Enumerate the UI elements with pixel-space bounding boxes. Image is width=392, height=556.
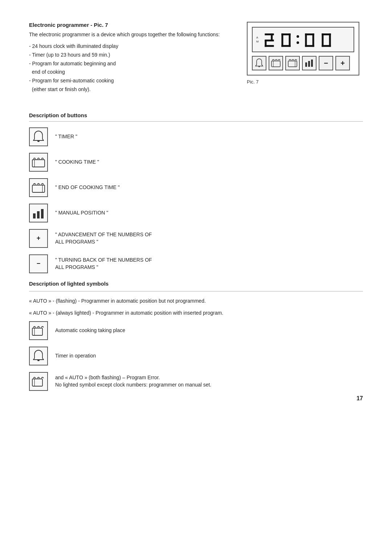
minus-icon: − <box>29 254 48 273</box>
timer-label: " TIMER " <box>55 133 77 140</box>
svg-rect-15 <box>329 33 331 47</box>
end-cooking-icon <box>29 178 48 197</box>
svg-rect-23 <box>308 61 310 67</box>
button-item-minus: − " TURNING BACK OF THE NUMBERS OFALL PR… <box>29 254 363 273</box>
section-title-electronic: Electronic programmer - Pic. 7 <box>29 22 232 28</box>
svg-rect-16 <box>322 45 331 47</box>
plus-label: " ADVANCEMENT OF THE NUMBERS OFALL PROGR… <box>55 231 152 245</box>
plus-symbol: + <box>37 234 41 242</box>
timer-op-icon <box>29 347 48 365</box>
svg-rect-26 <box>32 160 45 167</box>
svg-rect-35 <box>37 360 40 361</box>
symbol-item-error: and « AUTO » (both flashing) – Program E… <box>29 372 363 391</box>
divider-lighted <box>29 291 363 291</box>
svg-rect-6 <box>281 33 283 47</box>
buttons-description-section: Description of buttons " TIMER " <box>29 112 363 273</box>
error-icon <box>29 372 48 391</box>
digit-0b-icon <box>302 32 317 47</box>
svg-rect-32 <box>41 209 44 218</box>
pic-label: Pic. 7 <box>247 79 259 85</box>
svg-rect-1 <box>271 33 273 40</box>
svg-rect-33 <box>32 328 42 335</box>
lighted-section-title: Description of lighted symbols <box>29 281 363 287</box>
feature-item-4: Program for semi-automatic cooking (eith… <box>29 77 232 94</box>
display-screen: A M <box>252 27 354 52</box>
svg-rect-10 <box>305 33 307 47</box>
feature-item-3: Program for automatic beginning and end … <box>29 60 232 77</box>
svg-rect-25 <box>37 140 40 142</box>
display-indicators: A M <box>256 36 259 43</box>
display-button-row: − + <box>252 56 354 70</box>
error-text-1: and « AUTO » (both flashing) – Program E… <box>55 375 160 380</box>
display-cooking-btn[interactable] <box>269 56 283 70</box>
cooking-time-icon <box>29 153 48 172</box>
auto-cooking-label: Automatic cooking taking place <box>55 327 125 334</box>
button-item-timer: " TIMER " <box>29 127 363 146</box>
lighted-symbols-section: Description of lighted symbols « AUTO » … <box>29 281 363 391</box>
svg-rect-22 <box>305 62 307 67</box>
timer-op-label: Timer in operation <box>55 352 96 360</box>
button-item-cooking-time: " COOKING TIME " <box>29 153 363 172</box>
manual-label: " MANUAL POSITION " <box>55 209 108 217</box>
auto-text-1: « AUTO » - (flashing) - Programmer in au… <box>29 297 363 305</box>
manual-icon <box>29 204 48 222</box>
feature-list: 24 hours clock with illuminated display … <box>29 42 232 94</box>
symbol-item-auto-cooking: Automatic cooking taking place <box>29 321 363 340</box>
end-cooking-label: " END OF COOKING TIME " <box>55 184 120 191</box>
svg-rect-7 <box>289 33 290 47</box>
divider-buttons <box>29 121 363 122</box>
plus-icon: + <box>29 229 48 248</box>
colon-icon <box>297 35 299 44</box>
button-item-manual: " MANUAL POSITION " <box>29 204 363 222</box>
svg-rect-36 <box>32 379 42 386</box>
error-label: and « AUTO » (both flashing) – Program E… <box>55 374 211 388</box>
programmer-display-image: A M <box>247 22 359 75</box>
svg-rect-31 <box>37 211 40 218</box>
timer-icon <box>29 127 48 146</box>
svg-rect-12 <box>305 45 314 47</box>
display-end-cooking-btn[interactable] <box>285 56 300 70</box>
svg-rect-18 <box>271 61 280 67</box>
button-item-end-cooking: " END OF COOKING TIME " <box>29 178 363 197</box>
feature-item-2: Timer (up to 23 hours and 59 min.) <box>29 51 232 60</box>
button-item-plus: + " ADVANCEMENT OF THE NUMBERS OFALL PRO… <box>29 229 363 248</box>
display-timer-btn[interactable] <box>252 56 266 70</box>
error-text-2: No lighted symbol except clock numbers: … <box>55 382 211 388</box>
buttons-section-title: Description of buttons <box>29 112 363 118</box>
svg-rect-8 <box>281 45 290 47</box>
display-minus-btn[interactable]: − <box>319 56 333 70</box>
svg-rect-20 <box>288 61 297 67</box>
symbol-item-timer-op: Timer in operation <box>29 347 363 365</box>
svg-rect-30 <box>33 213 36 218</box>
svg-rect-11 <box>312 33 314 47</box>
auto-cooking-icon <box>29 321 48 340</box>
digit-2-icon <box>262 32 277 47</box>
digit-0c-icon <box>319 32 334 47</box>
display-manual-btn[interactable] <box>302 56 317 70</box>
intro-text: The electronic programmer is a device wh… <box>29 31 232 38</box>
svg-rect-17 <box>258 66 260 67</box>
auto-text-2: « AUTO » - (always lighted) - Programmer… <box>29 309 363 317</box>
page-number: 17 <box>356 395 363 402</box>
cooking-time-label: " COOKING TIME " <box>55 159 99 166</box>
minus-label: " TURNING BACK OF THE NUMBERS OFALL PROG… <box>55 257 152 271</box>
svg-rect-24 <box>311 60 313 67</box>
svg-rect-14 <box>322 33 323 47</box>
minus-symbol: − <box>37 260 41 267</box>
digit-0-icon <box>278 32 294 47</box>
feature-item-1: 24 hours clock with illuminated display <box>29 42 232 51</box>
display-plus-btn[interactable]: + <box>335 56 350 70</box>
svg-rect-4 <box>265 45 274 47</box>
svg-rect-28 <box>32 185 45 192</box>
